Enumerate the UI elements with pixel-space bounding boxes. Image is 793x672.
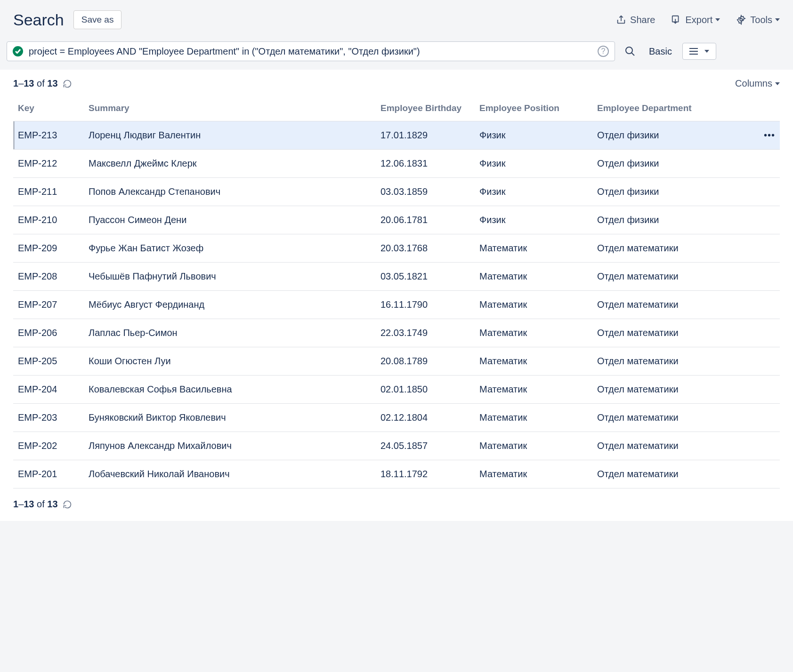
cell-department: Отдел физики	[592, 121, 758, 150]
row-actions-button[interactable]	[758, 263, 780, 291]
table-row[interactable]: EMP-201Лобачевский Николай Иванович18.11…	[13, 460, 780, 488]
chevron-down-icon	[704, 50, 709, 53]
cell-position: Математик	[475, 234, 592, 263]
cell-department: Отдел математики	[592, 347, 758, 376]
row-actions-button[interactable]	[758, 460, 780, 488]
help-icon[interactable]: ?	[598, 46, 609, 57]
cell-key: EMP-203	[13, 404, 84, 432]
row-actions-button[interactable]	[758, 404, 780, 432]
cell-key: EMP-208	[13, 263, 84, 291]
cell-birthday: 03.03.1859	[376, 178, 475, 206]
cell-birthday: 16.11.1790	[376, 291, 475, 319]
table-row[interactable]: EMP-203Буняковский Виктор Яковлевич02.12…	[13, 404, 780, 432]
row-actions-button[interactable]	[758, 178, 780, 206]
refresh-button-bottom[interactable]	[63, 500, 72, 509]
page-title: Search	[13, 11, 64, 29]
cell-summary: Чебышёв Пафнутий Львович	[84, 263, 376, 291]
table-row[interactable]: EMP-204Ковалевская Софья Васильевна02.01…	[13, 376, 780, 404]
table-row[interactable]: EMP-213Лоренц Людвиг Валентин17.01.1829Ф…	[13, 121, 780, 150]
col-header-birthday[interactable]: Employee Birthday	[376, 97, 475, 121]
cell-birthday: 03.05.1821	[376, 263, 475, 291]
cell-position: Математик	[475, 460, 592, 488]
basic-mode-link[interactable]: Basic	[645, 46, 676, 57]
row-actions-button[interactable]	[758, 432, 780, 460]
cell-summary: Максвелл Джеймс Клерк	[84, 150, 376, 178]
export-icon	[671, 15, 681, 25]
cell-department: Отдел математики	[592, 460, 758, 488]
cell-position: Математик	[475, 376, 592, 404]
table-row[interactable]: EMP-210Пуассон Симеон Дени20.06.1781Физи…	[13, 206, 780, 234]
view-switcher[interactable]	[682, 43, 716, 60]
table-row[interactable]: EMP-206Лаплас Пьер-Симон22.03.1749Матема…	[13, 319, 780, 347]
table-row[interactable]: EMP-208Чебышёв Пафнутий Львович03.05.182…	[13, 263, 780, 291]
cell-department: Отдел математики	[592, 291, 758, 319]
cell-key: EMP-210	[13, 206, 84, 234]
row-actions-button[interactable]	[758, 376, 780, 404]
row-actions-button[interactable]	[758, 319, 780, 347]
svg-point-2	[626, 47, 632, 54]
cell-position: Математик	[475, 263, 592, 291]
tools-button[interactable]: Tools	[736, 15, 780, 25]
refresh-button[interactable]	[63, 79, 72, 88]
valid-query-icon	[13, 46, 23, 56]
table-row[interactable]: EMP-205Коши Огюстен Луи20.08.1789Математ…	[13, 347, 780, 376]
cell-department: Отдел физики	[592, 178, 758, 206]
table-row[interactable]: EMP-207Мёбиус Август Фердинанд16.11.1790…	[13, 291, 780, 319]
cell-key: EMP-205	[13, 347, 84, 376]
results-count: 1–13 of 13	[13, 78, 58, 89]
row-actions-button[interactable]	[758, 206, 780, 234]
cell-position: Физик	[475, 178, 592, 206]
col-header-summary[interactable]: Summary	[84, 97, 376, 121]
table-row[interactable]: EMP-212Максвелл Джеймс Клерк12.06.1831Фи…	[13, 150, 780, 178]
cell-summary: Ляпунов Александр Михайлович	[84, 432, 376, 460]
cell-position: Физик	[475, 150, 592, 178]
share-icon	[616, 15, 626, 25]
chevron-down-icon	[715, 18, 720, 21]
cell-summary: Буняковский Виктор Яковлевич	[84, 404, 376, 432]
cell-summary: Попов Александр Степанович	[84, 178, 376, 206]
results-table: Key Summary Employee Birthday Employee P…	[13, 97, 780, 488]
col-header-key[interactable]: Key	[13, 97, 84, 121]
save-as-button[interactable]: Save as	[73, 10, 122, 29]
cell-birthday: 02.12.1804	[376, 404, 475, 432]
jql-input[interactable]	[29, 46, 593, 57]
results-meta-top: 1–13 of 13 Columns	[13, 78, 780, 89]
row-actions-button[interactable]	[758, 291, 780, 319]
chevron-down-icon	[775, 82, 780, 85]
results-panel: 1–13 of 13 Columns Key Summary Employee …	[0, 70, 793, 521]
cell-summary: Лаплас Пьер-Симон	[84, 319, 376, 347]
search-button[interactable]	[622, 43, 639, 60]
col-header-position[interactable]: Employee Position	[475, 97, 592, 121]
cell-position: Математик	[475, 291, 592, 319]
cell-key: EMP-211	[13, 178, 84, 206]
table-row[interactable]: EMP-211Попов Александр Степанович03.03.1…	[13, 178, 780, 206]
export-button[interactable]: Export	[671, 15, 720, 25]
cell-birthday: 17.01.1829	[376, 121, 475, 150]
cell-summary: Фурье Жан Батист Жозеф	[84, 234, 376, 263]
cell-summary: Ковалевская Софья Васильевна	[84, 376, 376, 404]
cell-summary: Лобачевский Николай Иванович	[84, 460, 376, 488]
table-row[interactable]: EMP-209Фурье Жан Батист Жозеф20.03.1768М…	[13, 234, 780, 263]
cell-birthday: 22.03.1749	[376, 319, 475, 347]
cell-key: EMP-212	[13, 150, 84, 178]
list-view-icon	[689, 48, 698, 55]
cell-key: EMP-204	[13, 376, 84, 404]
cell-birthday: 24.05.1857	[376, 432, 475, 460]
cell-key: EMP-201	[13, 460, 84, 488]
cell-department: Отдел физики	[592, 206, 758, 234]
cell-key: EMP-207	[13, 291, 84, 319]
jql-input-wrap[interactable]: ?	[7, 41, 615, 61]
cell-summary: Пуассон Симеон Дени	[84, 206, 376, 234]
cell-position: Математик	[475, 432, 592, 460]
row-actions-button[interactable]	[758, 347, 780, 376]
col-header-department[interactable]: Employee Department	[592, 97, 758, 121]
row-actions-button[interactable]: •••	[758, 121, 780, 150]
row-actions-button[interactable]	[758, 150, 780, 178]
columns-button[interactable]: Columns	[735, 78, 780, 89]
row-actions-button[interactable]	[758, 234, 780, 263]
share-button[interactable]: Share	[616, 15, 655, 25]
table-row[interactable]: EMP-202Ляпунов Александр Михайлович24.05…	[13, 432, 780, 460]
gear-icon	[736, 15, 746, 25]
cell-birthday: 20.03.1768	[376, 234, 475, 263]
tools-label: Tools	[750, 15, 772, 25]
